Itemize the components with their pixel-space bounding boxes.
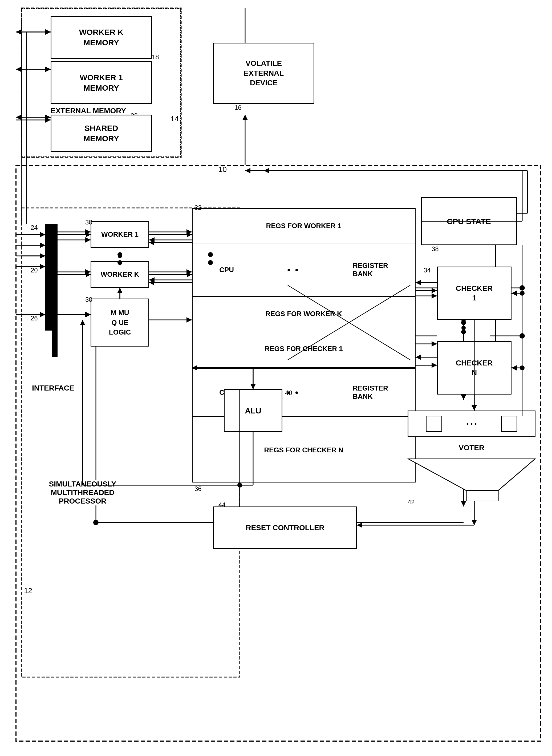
- ref-38: 38: [432, 245, 439, 253]
- svg-marker-161: [471, 405, 477, 411]
- svg-marker-164: [471, 520, 477, 525]
- svg-point-168: [237, 483, 242, 488]
- svg-marker-113: [47, 242, 52, 248]
- ref-30-workers: 30: [85, 219, 93, 226]
- cpu-register-bank-upper-label: CPU • • REGISTERBANK: [192, 243, 415, 297]
- svg-rect-104: [466, 491, 498, 501]
- svg-point-158: [461, 320, 466, 325]
- svg-marker-143: [512, 291, 517, 296]
- svg-rect-118: [52, 304, 57, 331]
- alu-box: ALU: [224, 389, 282, 432]
- svg-marker-38: [117, 288, 123, 293]
- ref-10: 10: [219, 165, 227, 174]
- ref-16: 16: [235, 104, 242, 111]
- ref-18: 18: [152, 53, 159, 61]
- svg-marker-86: [16, 67, 21, 72]
- svg-point-58: [520, 333, 525, 339]
- voter-dots: • • •: [466, 420, 477, 428]
- ref-44: 44: [219, 501, 226, 509]
- svg-marker-140: [264, 168, 269, 173]
- svg-marker-155: [432, 362, 437, 368]
- svg-point-96: [118, 254, 122, 258]
- svg-marker-126: [187, 232, 192, 237]
- svg-marker-107: [86, 232, 91, 237]
- svg-marker-128: [149, 240, 154, 245]
- svg-rect-105: [52, 224, 57, 357]
- svg-marker-149: [416, 280, 421, 285]
- ref-20: 20: [31, 266, 38, 274]
- svg-point-144: [520, 291, 525, 296]
- svg-marker-6: [243, 115, 248, 120]
- svg-marker-36: [40, 312, 45, 317]
- svg-marker-54: [432, 341, 437, 346]
- svg-point-30: [118, 254, 122, 258]
- reset-controller-box: RESET CONTROLLER: [213, 507, 357, 549]
- worker-k-memory-box: WORKER K MEMORY: [50, 16, 152, 59]
- cpu-state-box: CPU STATE: [421, 197, 517, 245]
- ref-40: 40: [285, 389, 292, 397]
- svg-marker-27: [186, 269, 192, 275]
- svg-marker-60: [461, 395, 466, 400]
- svg-marker-132: [149, 280, 154, 285]
- register-bank-upper: REGS FOR WORKER 1 CPU • • REGISTERBANK R…: [192, 208, 416, 368]
- external-memory-label: EXTERNAL MEMORY: [50, 107, 126, 115]
- svg-point-147: [520, 365, 525, 370]
- ref-36: 36: [194, 485, 202, 493]
- svg-marker-122: [86, 312, 91, 317]
- smt-processor-label: SIMULTANEOUSLYMULTITHREADEDPROCESSOR: [29, 480, 136, 506]
- worker-1-box: WORKER 1: [91, 221, 149, 248]
- svg-rect-7: [45, 224, 52, 331]
- svg-marker-23: [186, 229, 192, 235]
- volatile-external-device-box: VOLATILEEXTERNALDEVICE: [213, 43, 314, 104]
- voter-inputs: • • •: [408, 411, 536, 437]
- ref-32: 32: [194, 204, 202, 211]
- svg-point-56: [520, 285, 525, 291]
- regs-worker-1-row: REGS FOR WORKER 1: [192, 209, 415, 243]
- regs-worker-k-row: REGS FOR WORKER K: [192, 297, 415, 331]
- ref-26: 26: [31, 315, 38, 322]
- svg-marker-15: [40, 253, 45, 258]
- svg-point-133: [118, 252, 122, 257]
- svg-marker-109: [86, 272, 91, 277]
- ref-30-mmu: 30: [85, 296, 93, 303]
- voter-input-1: [426, 416, 442, 432]
- svg-marker-17: [40, 264, 45, 269]
- svg-marker-11: [40, 232, 45, 237]
- ref-34: 34: [424, 266, 431, 274]
- mmu-queue-logic-box: M MUQ UELOGIC: [91, 299, 149, 346]
- svg-marker-124: [117, 288, 123, 293]
- svg-marker-151: [432, 288, 437, 293]
- svg-marker-44: [245, 168, 250, 173]
- svg-point-159: [461, 329, 466, 334]
- svg-marker-40: [186, 317, 192, 323]
- svg-marker-63: [461, 501, 466, 507]
- svg-marker-117: [47, 264, 52, 269]
- svg-marker-50: [432, 293, 437, 299]
- svg-marker-19: [85, 229, 91, 235]
- svg-marker-9: [85, 237, 91, 242]
- ref-14: 14: [170, 115, 179, 123]
- svg-marker-21: [85, 269, 91, 275]
- shared-memory-box: SHAREDMEMORY: [50, 115, 152, 152]
- voter-input-n: [501, 416, 517, 432]
- ref-24: 24: [31, 224, 38, 231]
- ref-12: 12: [24, 586, 32, 595]
- svg-marker-146: [512, 365, 517, 370]
- svg-marker-34: [85, 312, 91, 317]
- svg-marker-115: [47, 253, 52, 258]
- svg-marker-111: [47, 232, 52, 237]
- svg-marker-88: [16, 115, 21, 120]
- svg-marker-13: [40, 242, 45, 248]
- voter-label: VOTER: [408, 437, 536, 458]
- voter-box: • • • VOTER: [405, 411, 538, 501]
- interface-label: INTERFACE: [32, 384, 74, 393]
- svg-marker-29: [149, 277, 154, 283]
- svg-marker-171: [80, 320, 85, 325]
- svg-point-101: [461, 326, 466, 330]
- svg-marker-25: [149, 237, 154, 242]
- svg-marker-120: [47, 312, 52, 317]
- checker-1-box: CHECKER1: [437, 266, 512, 320]
- ref-42: 42: [408, 499, 415, 506]
- worker-k-box: WORKER K: [91, 261, 149, 288]
- svg-marker-84: [16, 29, 21, 35]
